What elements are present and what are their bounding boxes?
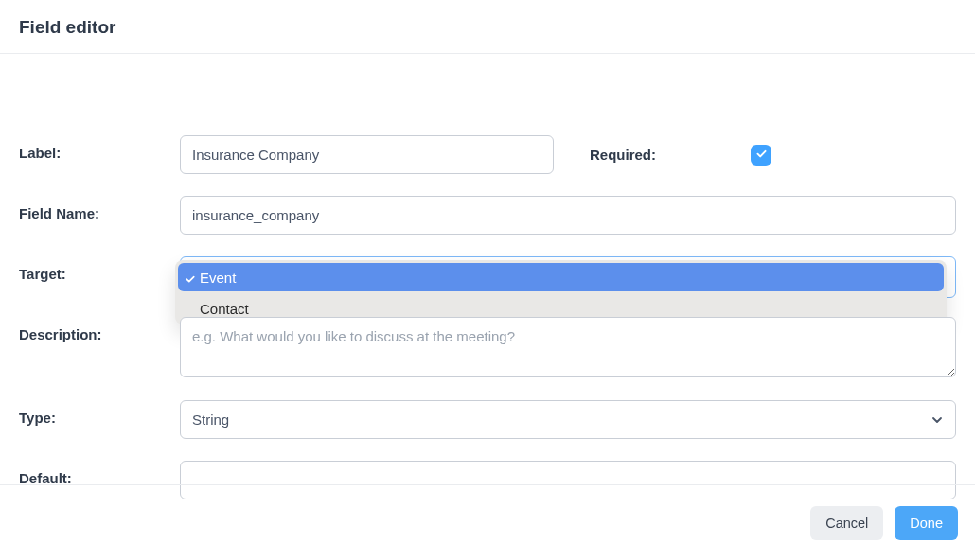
label-input-col: Required: xyxy=(180,135,956,174)
required-label: Required: xyxy=(590,147,751,163)
type-select-value: String xyxy=(180,400,956,439)
dialog-header: Field editor xyxy=(0,0,975,54)
target-label: Target: xyxy=(19,256,180,282)
default-label: Default: xyxy=(19,461,180,486)
row-label: Label: Required: xyxy=(19,135,956,174)
target-dropdown-panel: Event Contact xyxy=(175,260,947,324)
row-fieldname: Field Name: xyxy=(19,196,956,235)
check-icon xyxy=(185,271,196,283)
check-icon xyxy=(755,147,768,164)
cancel-button[interactable]: Cancel xyxy=(810,506,883,540)
required-checkbox[interactable] xyxy=(751,145,771,166)
fieldname-label: Field Name: xyxy=(19,196,180,221)
label-field-label: Label: xyxy=(19,135,180,161)
type-select[interactable]: String xyxy=(180,400,956,439)
dialog-title: Field editor xyxy=(19,17,956,38)
label-input[interactable] xyxy=(180,135,554,174)
row-description: Description: xyxy=(19,317,956,377)
target-option-label: Contact xyxy=(200,301,249,317)
row-type: Type: String xyxy=(19,400,956,439)
required-group: Required: xyxy=(590,145,771,166)
target-option-event[interactable]: Event xyxy=(178,263,944,291)
done-button[interactable]: Done xyxy=(895,506,958,540)
description-input[interactable] xyxy=(180,317,956,377)
description-label: Description: xyxy=(19,317,180,342)
target-option-label: Event xyxy=(200,270,236,286)
form-body: Label: Required: Field Name: Target: xyxy=(0,54,975,484)
type-label: Type: xyxy=(19,400,180,426)
fieldname-input[interactable] xyxy=(180,196,956,235)
dialog-footer: Cancel Done xyxy=(0,484,975,560)
